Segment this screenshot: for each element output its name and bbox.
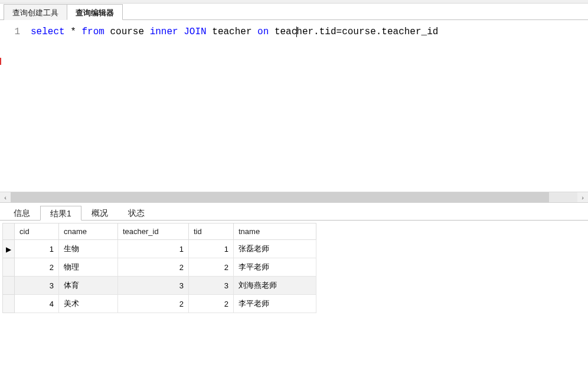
line-number: 1 bbox=[0, 25, 31, 39]
tab-result1[interactable]: 结果1 bbox=[40, 206, 81, 221]
table-row[interactable]: 4 美术 2 2 李平老师 bbox=[3, 295, 316, 313]
cell-cname[interactable]: 美术 bbox=[59, 295, 118, 313]
header-row: cid cname teacher_id tid tname bbox=[3, 223, 316, 240]
cell-cid[interactable]: 4 bbox=[15, 295, 59, 313]
cell-cname[interactable]: 生物 bbox=[59, 240, 118, 258]
result-grid[interactable]: cid cname teacher_id tid tname ▶ 1 生物 1 … bbox=[2, 223, 316, 313]
table-row[interactable]: 2 物理 2 2 李平老师 bbox=[3, 258, 316, 277]
kw-join: JOIN bbox=[184, 27, 206, 37]
col-header-tname[interactable]: tname bbox=[234, 223, 316, 240]
kw-on: on bbox=[257, 27, 269, 37]
cell-cname[interactable]: 物理 bbox=[59, 258, 118, 277]
row-marker bbox=[3, 258, 15, 277]
sql-teacher: teacher bbox=[207, 27, 257, 37]
kw-from: from bbox=[81, 27, 104, 37]
cell-teacher-id[interactable]: 2 bbox=[118, 295, 189, 313]
tab-query-builder[interactable]: 查询创建工具 bbox=[4, 4, 67, 20]
cell-cid[interactable]: 3 bbox=[15, 277, 59, 295]
result-tab-bar: 信息 结果1 概况 状态 bbox=[0, 203, 588, 221]
tab-profile[interactable]: 概况 bbox=[81, 205, 118, 220]
table-row[interactable]: 3 体育 3 3 刘海燕老师 bbox=[3, 277, 316, 295]
grid-body: ▶ 1 生物 1 1 张磊老师 2 物理 2 2 李平老师 3 体育 3 3 bbox=[3, 240, 316, 313]
cell-tname[interactable]: 李平老师 bbox=[234, 258, 316, 277]
result-grid-area: cid cname teacher_id tid tname ▶ 1 生物 1 … bbox=[0, 221, 588, 313]
tab-status[interactable]: 状态 bbox=[118, 205, 155, 220]
current-row-icon: ▶ bbox=[6, 245, 11, 254]
cell-tname[interactable]: 刘海燕老师 bbox=[234, 277, 316, 295]
sql-rest-b: her.tid=course.teacher_id bbox=[296, 27, 438, 37]
row-marker bbox=[3, 277, 15, 295]
cell-tname[interactable]: 李平老师 bbox=[234, 295, 316, 313]
cell-teacher-id[interactable]: 3 bbox=[118, 277, 189, 295]
row-marker: ▶ bbox=[3, 240, 15, 258]
scroll-track[interactable] bbox=[11, 192, 577, 202]
scroll-right-icon[interactable]: › bbox=[577, 192, 588, 203]
cell-tid[interactable]: 2 bbox=[189, 295, 234, 313]
sql-course: course bbox=[104, 27, 150, 37]
editor-horizontal-scrollbar[interactable]: ‹ › bbox=[0, 192, 588, 202]
sql-code-line[interactable]: select * from course inner JOIN teacher … bbox=[31, 25, 438, 39]
row-marker-header bbox=[3, 223, 15, 240]
col-header-tid[interactable]: tid bbox=[189, 223, 234, 240]
col-header-cname[interactable]: cname bbox=[59, 223, 118, 240]
sql-space bbox=[178, 27, 184, 37]
cell-cid[interactable]: 2 bbox=[15, 258, 59, 277]
cell-teacher-id[interactable]: 2 bbox=[118, 258, 189, 277]
left-edge-marker bbox=[0, 58, 1, 65]
cell-tname[interactable]: 张磊老师 bbox=[234, 240, 316, 258]
col-header-cid[interactable]: cid bbox=[15, 223, 59, 240]
top-tab-bar: 查询创建工具 查询编辑器 bbox=[0, 4, 588, 20]
cell-tid[interactable]: 3 bbox=[189, 277, 234, 295]
cell-tid[interactable]: 1 bbox=[189, 240, 234, 258]
kw-inner: inner bbox=[150, 27, 178, 37]
col-header-teacher-id[interactable]: teacher_id bbox=[118, 223, 189, 240]
cell-cid[interactable]: 1 bbox=[15, 240, 59, 258]
sql-star: * bbox=[65, 27, 82, 37]
cell-teacher-id[interactable]: 1 bbox=[118, 240, 189, 258]
tab-info[interactable]: 信息 bbox=[4, 205, 40, 220]
kw-select: select bbox=[31, 27, 65, 37]
sql-rest-a: teac bbox=[269, 27, 297, 37]
cell-tid[interactable]: 2 bbox=[189, 258, 234, 277]
table-row[interactable]: ▶ 1 生物 1 1 张磊老师 bbox=[3, 240, 316, 258]
tab-query-editor[interactable]: 查询编辑器 bbox=[67, 4, 123, 20]
sql-editor[interactable]: 1 select * from course inner JOIN teache… bbox=[0, 20, 588, 203]
scroll-left-icon[interactable]: ‹ bbox=[0, 192, 11, 203]
row-marker bbox=[3, 295, 15, 313]
scroll-thumb[interactable] bbox=[11, 192, 549, 202]
cell-cname[interactable]: 体育 bbox=[59, 277, 118, 295]
